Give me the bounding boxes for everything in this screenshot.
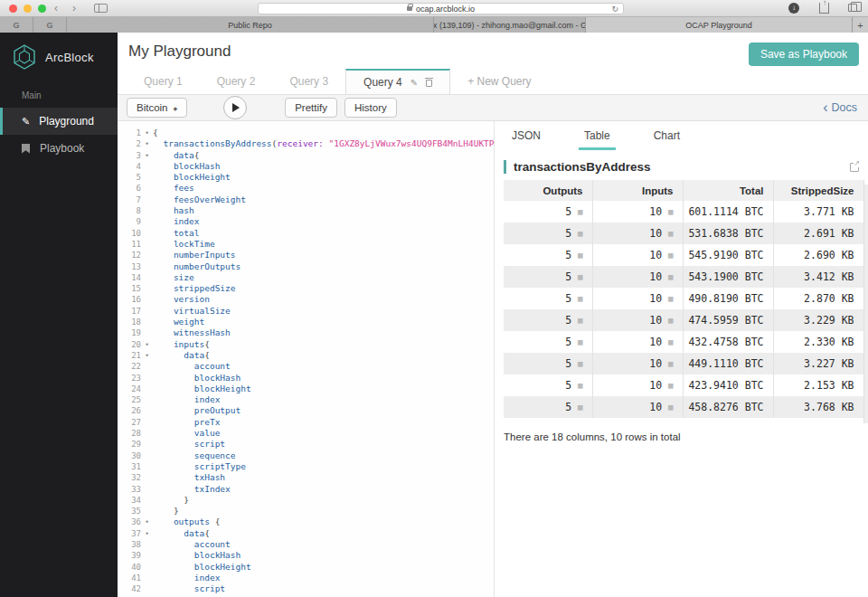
fold-caret-icon[interactable]: ▾: [141, 528, 153, 539]
downloads-icon[interactable]: ↓: [788, 3, 799, 14]
bookmark-icon: [22, 144, 30, 154]
datasource-select[interactable]: Bitcoin ◆: [127, 98, 187, 118]
forward-icon[interactable]: ›: [72, 1, 76, 16]
history-button[interactable]: History: [344, 98, 397, 118]
browser-tab-ocap[interactable]: OCAP Playground: [586, 17, 853, 33]
line-number: 26: [118, 405, 141, 416]
run-query-button[interactable]: [223, 96, 247, 119]
table-header-outputs[interactable]: Outputs: [504, 180, 592, 201]
line-number: 3: [118, 150, 141, 161]
expand-grid-icon[interactable]: ▦: [668, 207, 673, 216]
sidebar-toggle-icon[interactable]: [94, 4, 108, 13]
pinned-tab-2[interactable]: G: [33, 17, 67, 33]
editor-line: 19 witnessHash: [118, 327, 494, 338]
new-query-button[interactable]: + New Query: [450, 69, 548, 94]
save-as-playbook-button[interactable]: Save as Playbook: [749, 43, 859, 66]
table-cell: 5▦: [504, 353, 592, 374]
expand-grid-icon[interactable]: ▦: [578, 272, 582, 281]
expand-grid-icon[interactable]: ▦: [668, 316, 673, 325]
delete-query-icon[interactable]: [426, 80, 432, 87]
results-tab-table[interactable]: Table: [579, 129, 616, 150]
docs-button[interactable]: ‹ Docs: [823, 101, 857, 114]
expand-grid-icon[interactable]: ▦: [668, 294, 673, 303]
table-header-strippedsize[interactable]: StrippedSize: [773, 180, 863, 201]
expand-grid-icon[interactable]: ▦: [578, 381, 582, 390]
table-cell: 5▦: [504, 396, 592, 418]
query-code-editor[interactable]: 1▾{2▾ transactionsByAddress(receiver: "1…: [118, 121, 495, 597]
back-icon[interactable]: ‹: [54, 1, 58, 16]
brand[interactable]: ArcBlock: [0, 33, 118, 71]
expand-grid-icon[interactable]: ▦: [668, 272, 673, 281]
pinned-tab-1[interactable]: G: [0, 17, 33, 33]
code-text: preTx: [153, 417, 494, 428]
editor-line: 12 numberInputs: [118, 250, 494, 261]
minimize-window-button[interactable]: [24, 5, 32, 13]
editor-line: 29 script: [118, 439, 494, 450]
sidebar-item-playground[interactable]: ✎Playground: [0, 108, 118, 135]
expand-grid-icon[interactable]: ▦: [668, 229, 673, 238]
sidebar-nav: ✎PlaygroundPlaybook: [0, 108, 118, 162]
table-header-total[interactable]: Total: [683, 180, 773, 201]
table-cell: 10▦: [592, 201, 683, 223]
rename-query-icon[interactable]: ✎: [410, 78, 418, 88]
table-header-inputs[interactable]: Inputs: [592, 180, 683, 201]
expand-grid-icon[interactable]: ▦: [578, 229, 582, 238]
line-number: 31: [118, 461, 141, 472]
tab-overview-icon[interactable]: [848, 4, 857, 12]
expand-grid-icon[interactable]: ▦: [668, 381, 673, 390]
line-number: 42: [118, 583, 141, 594]
fold-gutter: [141, 472, 153, 483]
expand-grid-icon[interactable]: ▦: [578, 251, 582, 260]
fold-caret-icon[interactable]: ▾: [141, 128, 153, 138]
query-tab-bar: Query 1Query 2Query 3Query 4✎+ New Query: [127, 69, 549, 94]
query-tab-query-2[interactable]: Query 2: [200, 69, 273, 94]
line-number: 28: [118, 428, 141, 439]
zoom-window-button[interactable]: [38, 5, 46, 13]
query-tab-query-3[interactable]: Query 3: [272, 69, 345, 94]
results-tab-json[interactable]: JSON: [506, 129, 546, 150]
sidebar-item-label: Playground: [39, 115, 94, 128]
code-text: {: [153, 128, 494, 138]
expand-grid-icon[interactable]: ▦: [668, 403, 673, 412]
sidebar-item-playbook[interactable]: Playbook: [0, 135, 118, 162]
expand-grid-icon[interactable]: ▦: [578, 207, 582, 216]
fold-gutter: [141, 205, 153, 216]
browser-tab-inbox[interactable]: Inbox (139,109) - zhihong.mao@gmail.com …: [434, 17, 586, 33]
fold-caret-icon[interactable]: ▾: [141, 150, 153, 161]
reload-icon[interactable]: ↻: [611, 4, 618, 14]
table-cell: 2.690 KB: [773, 244, 863, 266]
expand-grid-icon[interactable]: ▦: [578, 337, 582, 346]
expand-grid-icon[interactable]: ▦: [578, 403, 582, 412]
fold-gutter: [141, 573, 153, 583]
query-tab-query-4[interactable]: Query 4✎: [345, 69, 450, 94]
expand-grid-icon[interactable]: ▦: [668, 359, 673, 368]
line-number: 19: [118, 327, 141, 338]
fold-caret-icon[interactable]: ▾: [141, 350, 153, 361]
prettify-button[interactable]: Prettify: [285, 98, 337, 118]
line-number: 38: [118, 539, 141, 550]
query-tab-query-1[interactable]: Query 1: [127, 69, 200, 94]
code-text: virtualSize: [153, 306, 494, 317]
close-window-button[interactable]: [9, 5, 17, 13]
new-tab-button[interactable]: +: [853, 17, 868, 33]
editor-line: 35 }: [118, 506, 494, 516]
expand-grid-icon[interactable]: ▦: [578, 294, 582, 303]
open-external-icon[interactable]: [850, 163, 859, 172]
address-bar[interactable]: ocap.arcblock.io ↻: [258, 3, 624, 14]
page-title: My Playground: [128, 43, 231, 61]
fold-caret-icon[interactable]: ▾: [141, 339, 153, 350]
code-text: numberInputs: [153, 250, 494, 261]
share-icon[interactable]: [819, 3, 829, 14]
fold-caret-icon[interactable]: ▾: [141, 516, 153, 527]
expand-grid-icon[interactable]: ▦: [578, 359, 582, 368]
table-cell: 3.412 KB: [773, 266, 863, 288]
expand-grid-icon[interactable]: ▦: [578, 316, 582, 325]
browser-tab-public[interactable]: Public Repo: [67, 17, 434, 33]
expand-grid-icon[interactable]: ▦: [668, 337, 673, 346]
results-tab-chart[interactable]: Chart: [648, 129, 685, 150]
line-number: 13: [118, 261, 141, 272]
code-text: size: [153, 272, 494, 283]
expand-grid-icon[interactable]: ▦: [668, 251, 673, 260]
line-number: 14: [118, 272, 141, 283]
fold-caret-icon[interactable]: ▾: [141, 138, 153, 149]
